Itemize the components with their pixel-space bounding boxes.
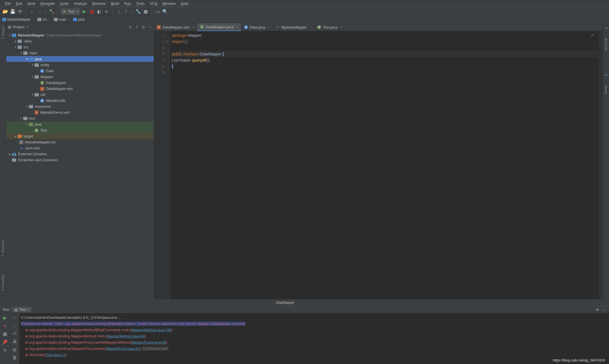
gear-icon[interactable]: ✿ (596, 308, 599, 312)
tree-scratches[interactable]: Scratches and Consoles (6, 157, 154, 163)
menu-navigate[interactable]: Navigate (38, 1, 57, 6)
close-icon[interactable]: × (268, 25, 270, 29)
target-icon[interactable]: ⊕ (129, 25, 132, 29)
menu-tools[interactable]: Tools (134, 1, 147, 6)
gear-icon[interactable]: ✿ (142, 25, 145, 29)
editor-breadcrumb[interactable]: DataMapper (154, 299, 603, 306)
tree-entity[interactable]: entity (6, 62, 154, 68)
menu-help[interactable]: Help (178, 1, 191, 6)
bc-root[interactable]: MybatisMapper (2, 18, 31, 21)
close-icon[interactable]: ✕ (3, 348, 7, 353)
tab-datamapper-java[interactable]: IDataMapper.java× (197, 23, 241, 31)
tree-mapper-pkg[interactable]: Mapper (6, 74, 154, 80)
tree-test-class[interactable]: CTest (6, 127, 154, 133)
tab-datamapper-xml[interactable]: xDataMapper.xml× (154, 23, 197, 31)
tab-mybatismapper[interactable]: mMybatisMapper× (273, 23, 314, 31)
project-tree[interactable]: MybatisMapperD:\javaworkspace\MybatisMap… (6, 31, 154, 163)
back-icon[interactable]: ← (29, 8, 35, 15)
menu-file[interactable]: File (2, 1, 13, 6)
left-tab-project[interactable]: 1: Project (1, 26, 5, 39)
project-structure-icon[interactable]: ▦ (142, 8, 149, 15)
coverage-icon[interactable]: ◐ (96, 8, 102, 15)
bc-java[interactable]: java (73, 18, 84, 21)
tree-main[interactable]: main (6, 50, 154, 56)
stacktrace-link[interactable]: MapperProxy.java:52 (106, 346, 140, 351)
tree-data-class[interactable]: CData (6, 68, 154, 74)
collapse-icon[interactable]: ⇕ (135, 25, 138, 29)
tab-data-java[interactable]: CData.java× (241, 23, 273, 31)
vcs-update-icon[interactable]: ⤓ (116, 8, 122, 15)
tree-iml[interactable]: JMybatisMapper.iml (6, 139, 154, 145)
stop-icon[interactable]: ■ (103, 8, 110, 15)
tree-root[interactable]: MybatisMapperD:\javaworkspace\MybatisMap… (6, 32, 154, 38)
tree-ext-lib[interactable]: ▮▮External Libraries (6, 151, 154, 157)
hide-icon[interactable]: — (148, 25, 152, 29)
close-icon[interactable]: × (236, 25, 238, 29)
hide-icon[interactable]: — (603, 308, 606, 312)
menu-edit[interactable]: Edit (13, 1, 25, 6)
tree-src[interactable]: src (6, 44, 154, 50)
close-icon[interactable]: × (309, 25, 311, 29)
right-tab-maven[interactable]: Maven (604, 85, 608, 94)
inspection-ok-icon[interactable]: ✔ (591, 33, 594, 37)
menu-build[interactable]: Build (108, 1, 122, 6)
expand-icon[interactable]: ⊞ (13, 347, 16, 352)
down-icon[interactable]: ↓ (14, 323, 16, 328)
open-icon[interactable]: 📂 (2, 8, 8, 15)
tree-datamapper-if[interactable]: IDataMapper (6, 80, 154, 86)
sync-icon[interactable]: ⟳ (17, 8, 23, 15)
tree-resources[interactable]: resources (6, 104, 154, 109)
stacktrace-link[interactable]: Test.java:12 (46, 353, 66, 357)
bc-src[interactable]: src (37, 18, 47, 21)
left-tab-favorites[interactable]: 2: Favorites (1, 274, 5, 290)
trash-icon[interactable]: 🗑 (12, 355, 17, 360)
maven-icon[interactable]: m (605, 73, 608, 77)
stacktrace-link[interactable]: MapperProxy.java:59 (132, 340, 166, 344)
menu-refactor[interactable]: Refactor (89, 1, 108, 6)
ant-icon[interactable]: 🐜 (604, 26, 608, 30)
menu-window[interactable]: Window (160, 1, 178, 6)
tree-pom[interactable]: mpom.xml (6, 145, 154, 151)
up-icon[interactable]: ↑ (14, 315, 16, 320)
vcs-commit-icon[interactable]: ⤒ (123, 8, 129, 15)
menu-view[interactable]: View (25, 1, 38, 6)
error-stripe[interactable] (599, 31, 603, 299)
menu-code[interactable]: Code (57, 1, 71, 6)
chevron-down-icon[interactable]: ▼ (26, 25, 29, 29)
pin-icon[interactable]: 📌 (2, 339, 8, 345)
print-icon[interactable]: 🖶 (12, 339, 17, 344)
run-tab-test[interactable]: ▤ Test × (12, 307, 31, 312)
rerun-icon[interactable]: ▶ (3, 315, 7, 320)
menu-vcs[interactable]: VCS (147, 1, 160, 6)
tree-test[interactable]: test (6, 115, 154, 121)
save-icon[interactable]: 💾 (10, 8, 16, 15)
menu-analyze[interactable]: Analyze (71, 1, 89, 6)
tree-idea[interactable]: .idea (6, 38, 154, 44)
close-icon[interactable]: × (27, 308, 29, 312)
stacktrace-link[interactable]: MapperMethod.java:196 (131, 328, 171, 332)
tree-mybatisdemo[interactable]: xMybatisDemo.xml (6, 109, 154, 115)
wrap-icon[interactable]: ⏎ (13, 331, 16, 336)
run-icon[interactable]: ▶ (81, 8, 87, 15)
close-icon[interactable]: × (340, 25, 342, 29)
avd-icon[interactable]: ▭ (155, 8, 161, 15)
tree-target[interactable]: target (6, 133, 154, 139)
right-tab-ant[interactable]: Ant Build (604, 38, 608, 51)
menu-run[interactable]: Run (122, 1, 134, 6)
tree-java[interactable]: java (6, 56, 154, 62)
stop-icon[interactable]: ■ (3, 323, 6, 328)
layout-icon[interactable]: ▦ (3, 331, 7, 337)
tree-datamapper-xml[interactable]: xDataMapper.xml (6, 86, 154, 92)
run-config-select[interactable]: Test (61, 8, 80, 15)
bc-main[interactable]: main (54, 18, 66, 21)
debug-icon[interactable]: 🐞 (89, 8, 95, 15)
tab-test-java[interactable]: CTest.java× (314, 23, 345, 31)
settings-icon[interactable]: 🔧 (135, 8, 141, 15)
close-icon[interactable]: × (192, 25, 194, 29)
console-output[interactable]: C:\Users\admin\Downloads\Java\jdk1.8.0_1… (19, 313, 609, 364)
fold-icon[interactable]: ⊞ (166, 38, 168, 45)
code-editor[interactable]: package Mapper; import ... public interf… (170, 31, 599, 299)
build-icon[interactable]: 🔨 (49, 8, 55, 15)
left-tab-structure[interactable]: 7: Structure (1, 240, 5, 257)
gutter[interactable]: 1 2⊞ 5 6 7 8 9 (154, 31, 170, 299)
